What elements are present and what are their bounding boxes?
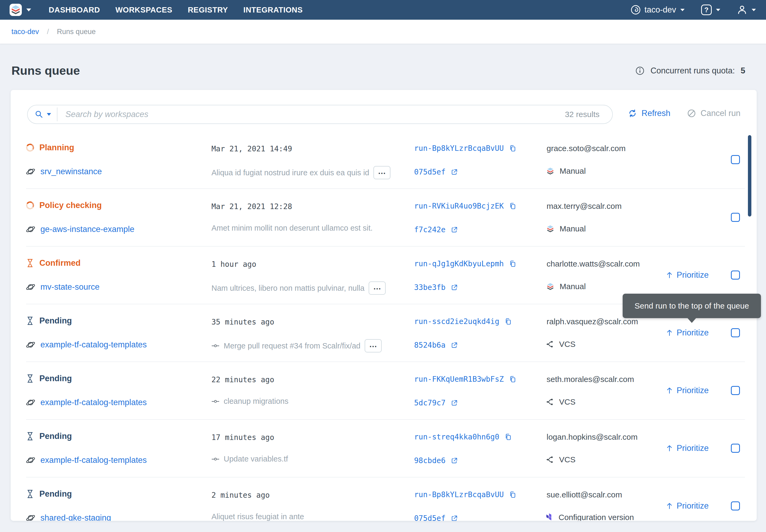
commit-link[interactable]: 075d5ef [414, 168, 446, 176]
copy-icon[interactable] [509, 260, 517, 268]
search-input[interactable] [57, 110, 565, 119]
workspace-link[interactable]: ge-aws-instance-example [40, 225, 134, 234]
arrow-up-icon [665, 386, 673, 394]
concurrent-runs-quota: Concurrent runs quota: 5 [635, 66, 745, 76]
nav-integrations[interactable]: INTEGRATIONS [243, 6, 303, 14]
commit-link[interactable]: 98cbde6 [414, 456, 446, 465]
commit-link[interactable]: 33be3fb [414, 283, 446, 292]
workspace-link[interactable]: shared-gke-staging [40, 513, 111, 521]
status-label: Pending [39, 316, 72, 326]
row-checkbox[interactable] [731, 328, 740, 337]
description-text: Update variables.tf [224, 455, 288, 463]
run-row: Policy checking ge-aws-instance-example … [11, 188, 757, 246]
commit-link[interactable]: f7c242e [414, 225, 446, 234]
row-checkbox[interactable] [731, 271, 740, 280]
copy-icon[interactable] [504, 433, 513, 441]
workspace-link[interactable]: example-tf-catalog-templates [40, 340, 147, 350]
workspace-link[interactable]: mv-state-source [40, 282, 99, 292]
nav-dashboard[interactable]: DASHBOARD [49, 6, 100, 14]
status-label: Pending [39, 431, 72, 441]
nav-registry[interactable]: REGISTRY [188, 6, 228, 14]
expand-description-button[interactable]: … [369, 281, 386, 295]
prioritize-button[interactable]: Prioritize [665, 501, 709, 511]
arrow-up-icon [665, 502, 673, 510]
row-checkbox[interactable] [731, 386, 740, 395]
source-label: Manual [560, 224, 586, 233]
quota-label: Concurrent runs quota: [651, 66, 735, 76]
run-status: Planning [26, 143, 74, 152]
row-checkbox[interactable] [731, 444, 740, 453]
workspace-link[interactable]: example-tf-catalog-templates [40, 455, 147, 465]
external-link-icon[interactable] [450, 226, 458, 234]
external-link-icon[interactable] [450, 341, 458, 349]
user-menu[interactable] [737, 5, 756, 15]
source-label: VCS [559, 397, 576, 406]
run-source: VCS [546, 340, 576, 349]
status-label: Pending [39, 374, 72, 383]
run-time: Mar 21, 2021 14:49 [211, 144, 292, 153]
run-id-link[interactable]: run-qJg1gKdKbyuLepmh [414, 259, 504, 268]
workspace-link[interactable]: example-tf-catalog-templates [40, 398, 147, 407]
cancel-icon [687, 109, 696, 118]
prioritize-button[interactable]: Prioritize [665, 386, 709, 395]
external-link-icon[interactable] [450, 168, 458, 176]
run-id-link[interactable]: run-Bp8kYLzrBcqaBvUU [414, 144, 504, 153]
manual-source-icon [546, 282, 555, 291]
help-icon: ? [701, 5, 712, 15]
run-source: Configuration version [546, 513, 634, 521]
run-id-cell: run-sscd2ie2uqkd4ig [414, 317, 513, 326]
prioritize-button[interactable]: Prioritize [665, 270, 709, 280]
run-id-link[interactable]: run-RVKiuR4uo9BcjzEK [414, 202, 504, 210]
copy-icon[interactable] [509, 144, 517, 153]
prioritize-button[interactable]: Prioritize [665, 443, 709, 453]
description-text: Nam ultrices, libero non mattis pulvinar… [211, 284, 364, 293]
environment-switcher[interactable]: taco-dev [631, 5, 685, 15]
commit-link[interactable]: 8524b6a [414, 341, 446, 350]
nav-workspaces[interactable]: WORKSPACES [115, 6, 172, 14]
run-id-link[interactable]: run-Bp8kYLzrBcqaBvUU [414, 490, 504, 499]
workspace-cell: shared-gke-staging [26, 513, 111, 521]
arrow-up-icon [665, 329, 673, 337]
external-link-icon[interactable] [450, 457, 458, 465]
external-link-icon[interactable] [450, 399, 458, 407]
source-label: VCS [559, 340, 576, 349]
help-menu[interactable]: ? [701, 5, 720, 15]
run-id-cell: run-FKKqUemR1B3wbFsZ [414, 375, 517, 384]
external-link-icon[interactable] [450, 514, 458, 521]
vertical-scrollbar[interactable] [748, 135, 751, 217]
arrow-up-icon [665, 444, 673, 452]
top-right-controls: taco-dev ? [631, 0, 756, 20]
prioritize-button[interactable]: Prioritize [665, 328, 709, 338]
run-id-link[interactable]: run-FKKqUemR1B3wbFsZ [414, 375, 504, 384]
row-checkbox[interactable] [731, 501, 740, 510]
description-text: Merge pull request #34 from Scalr/fix/ad [224, 342, 360, 350]
copy-icon[interactable] [509, 202, 517, 210]
search-type-selector[interactable] [28, 110, 51, 119]
run-status: Pending [26, 374, 72, 383]
commit-link[interactable]: 075d5ef [414, 514, 446, 521]
workspace-link[interactable]: srv_newinstance [40, 167, 102, 176]
run-user: ralph.vasquez@scalr.com [547, 317, 638, 326]
tooltip-text: Send run to the top of the queue [635, 301, 749, 310]
brand-menu[interactable] [9, 3, 31, 16]
run-user: grace.soto@scalr.com [547, 144, 626, 153]
copy-icon[interactable] [509, 375, 517, 384]
run-id-link[interactable]: run-streq4kka0hn6g0 [414, 433, 499, 441]
expand-description-button[interactable]: … [373, 166, 390, 179]
cancel-run-button[interactable]: Cancel run [687, 109, 740, 118]
external-link-icon[interactable] [450, 284, 458, 292]
row-checkbox[interactable] [731, 213, 740, 222]
run-id-link[interactable]: run-sscd2ie2uqkd4ig [414, 317, 499, 326]
info-icon[interactable] [635, 66, 645, 76]
copy-icon[interactable] [504, 317, 513, 326]
workspace-cell: example-tf-catalog-templates [26, 340, 147, 350]
copy-icon[interactable] [509, 491, 517, 499]
run-time: 2 minutes ago [211, 491, 270, 500]
workspace-cell: example-tf-catalog-templates [26, 397, 147, 408]
expand-description-button[interactable]: … [365, 339, 382, 352]
breadcrumb: taco-dev / Runs queue [0, 20, 766, 44]
refresh-button[interactable]: Refresh [628, 109, 671, 118]
row-checkbox[interactable] [731, 155, 740, 164]
breadcrumb-environment-link[interactable]: taco-dev [11, 28, 39, 36]
commit-link[interactable]: 5dc79c7 [414, 398, 446, 407]
